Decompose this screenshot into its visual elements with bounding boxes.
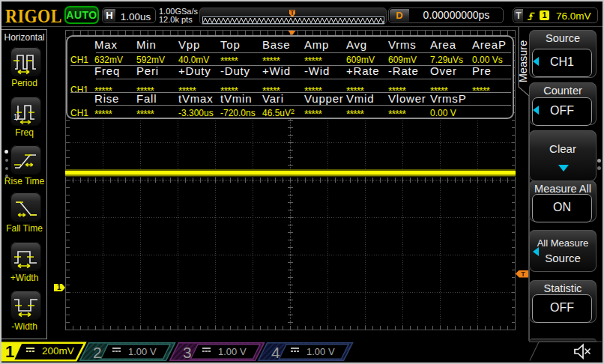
svg-text:1: 1 [13, 113, 18, 121]
